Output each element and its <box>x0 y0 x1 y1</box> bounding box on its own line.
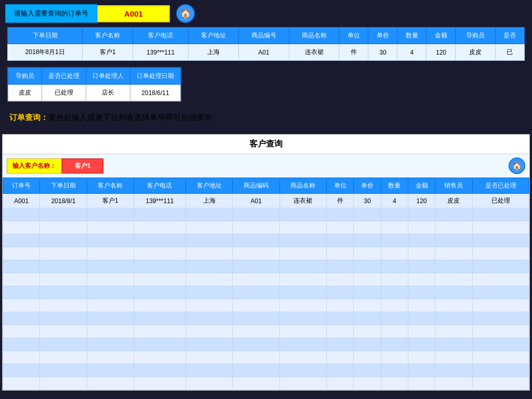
empty-cell <box>472 377 529 390</box>
empty-cell <box>435 338 472 351</box>
empty-cell <box>381 325 408 338</box>
order-query-row: 请输入需要查询的订单号 A001 🏠 <box>5 4 527 23</box>
empty-cell <box>40 312 87 325</box>
empty-cell <box>233 351 280 364</box>
customer-data-row-1: A001 2018/8/1 客户1 139***111 上海 A01 连衣裙 件… <box>3 194 529 208</box>
empty-cell <box>354 260 381 273</box>
empty-cell <box>280 299 326 312</box>
empty-cell <box>134 234 186 247</box>
empty-cell <box>408 338 435 351</box>
empty-cell <box>3 273 40 286</box>
customer-table-header-row: 订单号 下单日期 客户名称 客户电话 客户地址 商品编码 商品名称 单位 单价 … <box>3 178 529 194</box>
empty-cell <box>354 247 381 260</box>
empty-cell <box>327 351 354 364</box>
empty-cell <box>40 234 87 247</box>
order-table-container: 下单日期 客户名称 客户电话 客户地址 商品编号 商品名称 单位 单价 数量 金… <box>7 27 525 61</box>
empty-cell <box>381 299 408 312</box>
empty-cell <box>87 221 134 234</box>
empty-cell <box>381 312 408 325</box>
empty-cell <box>185 312 232 325</box>
empty-cell <box>354 221 381 234</box>
empty-cell <box>408 247 435 260</box>
empty-cell <box>40 273 87 286</box>
empty-cell <box>381 364 408 377</box>
empty-cell <box>354 377 381 390</box>
empty-cell <box>327 260 354 273</box>
empty-cell <box>381 377 408 390</box>
cell-date: 2018年8月1日 <box>8 44 83 61</box>
instruction-label: 订单查询： <box>9 113 48 122</box>
empty-cell <box>40 247 87 260</box>
sub-data-row: 皮皮 已处理 店长 2018/6/11 <box>8 85 181 101</box>
order-data-row: 2018年8月1日 客户1 139***111 上海 A01 连衣裙 件 30 … <box>8 44 525 61</box>
empty-row <box>3 208 529 221</box>
cust-cell-salesperson: 皮皮 <box>435 194 472 208</box>
empty-cell <box>185 221 232 234</box>
cust-cell-status: 已处理 <box>472 194 529 208</box>
empty-cell <box>233 377 280 390</box>
empty-cell <box>354 364 381 377</box>
empty-cell <box>40 377 87 390</box>
cust-cell-phone: 139***111 <box>134 194 186 208</box>
home-button-customer[interactable]: 🏠 <box>509 157 525 174</box>
order-query-input[interactable]: A001 <box>97 5 170 22</box>
empty-cell <box>134 364 186 377</box>
cust-col-quantity: 数量 <box>381 178 408 194</box>
empty-cell <box>435 208 472 221</box>
empty-cell <box>327 312 354 325</box>
col-unit: 单位 <box>339 28 368 44</box>
empty-cell <box>435 351 472 364</box>
customer-query-input[interactable]: 客户1 <box>62 158 103 174</box>
empty-cell <box>87 260 134 273</box>
empty-cell <box>327 338 354 351</box>
empty-cell <box>134 286 186 299</box>
sub-col-salesperson: 导购员 <box>8 68 42 85</box>
empty-cell <box>134 312 186 325</box>
col-product-name: 商品名称 <box>289 28 339 44</box>
empty-cell <box>40 338 87 351</box>
empty-cell <box>280 273 326 286</box>
col-quantity: 数量 <box>397 28 427 44</box>
empty-cell <box>408 364 435 377</box>
instruction-text: 订单查询：黄色处输入或者下拉列表选择单号即可自动查询 <box>5 108 527 128</box>
empty-cell <box>233 338 280 351</box>
empty-cell <box>408 351 435 364</box>
customer-query-row: 输入客户名称： 客户1 🏠 <box>3 154 529 178</box>
order-processing-table: 导购员 是否已处理 订单处理人 订单处理日期 皮皮 已处理 店长 2018/6/… <box>8 68 181 101</box>
empty-cell <box>472 364 529 377</box>
empty-cell <box>185 234 232 247</box>
empty-cell <box>354 312 381 325</box>
sub-table-container: 导购员 是否已处理 订单处理人 订单处理日期 皮皮 已处理 店长 2018/6/… <box>7 67 181 102</box>
empty-row <box>3 234 529 247</box>
empty-cell <box>40 286 87 299</box>
col-amount: 金额 <box>427 28 456 44</box>
empty-cell <box>3 208 40 221</box>
empty-cell <box>472 351 529 364</box>
empty-cell <box>233 312 280 325</box>
empty-cell <box>327 234 354 247</box>
empty-cell <box>87 286 134 299</box>
empty-cell <box>408 286 435 299</box>
cell-address: 上海 <box>189 44 239 61</box>
cell-unit: 件 <box>339 44 368 61</box>
sub-col-processed: 是否已处理 <box>42 68 86 85</box>
empty-cell <box>134 377 186 390</box>
empty-cell <box>354 273 381 286</box>
home-button-top[interactable]: 🏠 <box>176 4 195 23</box>
empty-cell <box>233 247 280 260</box>
top-section: 请输入需要查询的订单号 A001 🏠 下单日期 客户名称 客户电话 客户地址 商… <box>0 0 532 132</box>
sub-header-row: 导购员 是否已处理 订单处理人 订单处理日期 <box>8 68 181 85</box>
cell-status: 已 <box>495 44 524 61</box>
cust-cell-product-name: 连衣裙 <box>280 194 326 208</box>
empty-cell <box>354 351 381 364</box>
empty-cell <box>327 273 354 286</box>
col-product-code: 商品编号 <box>238 28 289 44</box>
empty-cell <box>185 338 232 351</box>
empty-cell <box>87 351 134 364</box>
empty-cell <box>134 260 186 273</box>
order-table-header-row: 下单日期 客户名称 客户电话 客户地址 商品编号 商品名称 单位 单价 数量 金… <box>8 28 525 44</box>
cust-col-amount: 金额 <box>408 178 435 194</box>
empty-cell <box>280 286 326 299</box>
empty-row <box>3 351 529 364</box>
empty-cell <box>3 247 40 260</box>
